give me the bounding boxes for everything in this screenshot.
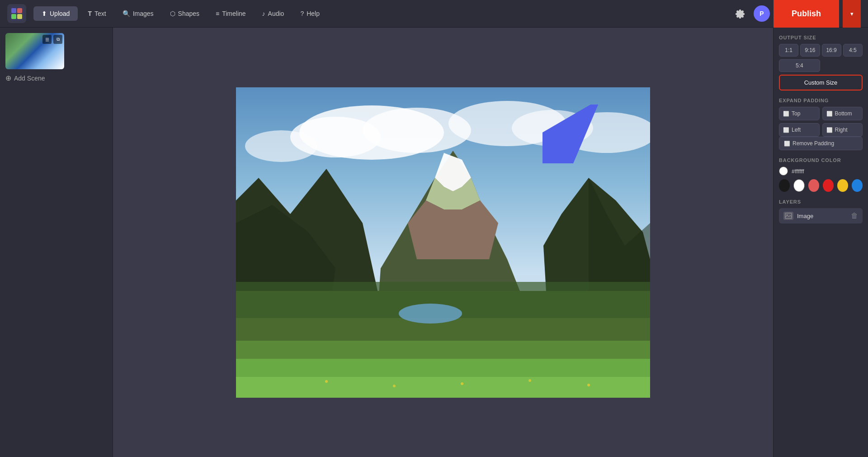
main-area: ☰ ⧉ ⊕ Add Scene bbox=[0, 28, 868, 457]
text-icon: T bbox=[88, 10, 92, 17]
expand-padding-section: EXPAND PADDING ⬜ Top ⬜ Bottom ⬜ Left ⬜ R… bbox=[779, 98, 863, 150]
publish-dropdown-button[interactable]: ▾ bbox=[843, 0, 861, 28]
size-5-4-button[interactable]: 5:4 bbox=[779, 59, 820, 72]
help-icon: ? bbox=[300, 10, 304, 17]
svg-point-28 bbox=[325, 380, 328, 383]
svg-rect-3 bbox=[11, 14, 16, 19]
padding-left-label: Left bbox=[792, 127, 801, 133]
layers-label: LAYERS bbox=[779, 199, 863, 205]
canvas-area bbox=[113, 28, 773, 457]
padding-right-button[interactable]: ⬜ Right bbox=[822, 123, 863, 137]
layer-item[interactable]: Image 🗑 bbox=[779, 208, 863, 224]
size-9-16-button[interactable]: 9:16 bbox=[800, 44, 820, 57]
nav-text-label: Text bbox=[94, 10, 106, 17]
color-swatch-pink[interactable] bbox=[808, 179, 819, 192]
size-button-grid: 1:1 9:16 16:9 4:5 bbox=[779, 44, 863, 57]
svg-point-29 bbox=[393, 385, 396, 387]
color-swatch-white2[interactable] bbox=[793, 179, 804, 192]
output-size-section: OUTPUT SIZE 1:1 9:16 16:9 4:5 5:4 Custom… bbox=[779, 35, 863, 90]
padding-top-button[interactable]: ⬜ Top bbox=[779, 107, 820, 120]
color-swatch-black[interactable] bbox=[779, 179, 790, 192]
nav-images-label: Images bbox=[133, 10, 154, 17]
svg-point-32 bbox=[587, 384, 590, 386]
svg-point-31 bbox=[528, 379, 531, 382]
size-1-1-button[interactable]: 1:1 bbox=[779, 44, 798, 57]
padding-bottom-icon: ⬜ bbox=[826, 111, 833, 117]
background-color-label: BACKGROUND COLOR bbox=[779, 157, 863, 163]
size-grid-2: 5:4 bbox=[779, 59, 863, 72]
color-swatches bbox=[779, 179, 863, 192]
nav-help-label: Help bbox=[307, 10, 320, 17]
app-logo bbox=[7, 4, 26, 23]
nav-shapes-label: Shapes bbox=[178, 10, 199, 17]
color-swatch-red[interactable] bbox=[823, 179, 834, 192]
layer-name: Image bbox=[797, 213, 847, 219]
nav-images[interactable]: 🔍 Images bbox=[116, 6, 160, 21]
nav-timeline-label: Timeline bbox=[222, 10, 245, 17]
padding-top-label: Top bbox=[792, 110, 800, 117]
publish-button[interactable]: Publish bbox=[774, 0, 839, 28]
top-nav: ⬆ Upload T Text 🔍 Images ⬡ Shapes ≡ Time… bbox=[0, 0, 868, 28]
layer-image-icon bbox=[783, 212, 793, 220]
svg-point-12 bbox=[245, 130, 317, 162]
scene-thumbnail[interactable]: ☰ ⧉ bbox=[5, 33, 64, 69]
svg-point-30 bbox=[461, 382, 463, 385]
publish-label: Publish bbox=[792, 9, 821, 19]
color-swatch-blue[interactable] bbox=[852, 179, 863, 192]
expand-padding-label: EXPAND PADDING bbox=[779, 98, 863, 103]
nav-audio-label: Audio bbox=[268, 10, 284, 17]
add-scene-label: Add Scene bbox=[14, 75, 45, 82]
upload-label: Upload bbox=[50, 10, 70, 17]
nav-shapes[interactable]: ⬡ Shapes bbox=[164, 6, 206, 21]
layer-delete-button[interactable]: 🗑 bbox=[851, 212, 858, 220]
svg-rect-1 bbox=[11, 8, 16, 13]
shapes-icon: ⬡ bbox=[170, 10, 175, 17]
audio-icon: ♪ bbox=[262, 10, 265, 17]
nav-help[interactable]: ? Help bbox=[294, 6, 326, 21]
scene-copy-button[interactable]: ⧉ bbox=[53, 35, 62, 44]
svg-rect-27 bbox=[236, 377, 650, 398]
scene-thumbnail-container: ☰ ⧉ bbox=[5, 33, 107, 69]
timeline-icon: ≡ bbox=[216, 10, 219, 17]
scene-list-icon[interactable]: ☰ bbox=[42, 35, 52, 44]
padding-right-icon: ⬜ bbox=[826, 127, 833, 133]
output-size-label: OUTPUT SIZE bbox=[779, 35, 863, 40]
nav-audio[interactable]: ♪ Audio bbox=[256, 6, 291, 21]
custom-size-label: Custom Size bbox=[804, 79, 838, 86]
nav-right: P bbox=[732, 5, 770, 22]
color-hex-value: #ffffff bbox=[792, 168, 804, 175]
settings-button[interactable] bbox=[732, 5, 748, 22]
upload-icon: ⬆ bbox=[42, 10, 47, 17]
right-panel: OUTPUT SIZE 1:1 9:16 16:9 4:5 5:4 Custom… bbox=[773, 28, 868, 457]
avatar-letter: P bbox=[760, 10, 764, 17]
svg-point-24 bbox=[399, 304, 462, 324]
remove-padding-icon: ⬜ bbox=[784, 141, 790, 147]
left-panel: ☰ ⧉ ⊕ Add Scene bbox=[0, 28, 113, 457]
padding-top-icon: ⬜ bbox=[783, 111, 789, 117]
svg-rect-4 bbox=[17, 14, 22, 19]
nav-timeline[interactable]: ≡ Timeline bbox=[209, 6, 252, 21]
landscape-image bbox=[236, 87, 650, 398]
add-scene-button[interactable]: ⊕ Add Scene bbox=[5, 74, 107, 82]
size-16-9-button[interactable]: 16:9 bbox=[822, 44, 841, 57]
custom-size-button[interactable]: Custom Size bbox=[779, 75, 863, 90]
images-icon: 🔍 bbox=[123, 10, 130, 17]
padding-left-button[interactable]: ⬜ Left bbox=[779, 123, 820, 137]
layers-section: LAYERS Image 🗑 bbox=[779, 199, 863, 224]
add-icon: ⊕ bbox=[5, 74, 11, 82]
canvas[interactable] bbox=[236, 87, 650, 398]
size-4-5-button[interactable]: 4:5 bbox=[843, 44, 863, 57]
background-color-section: BACKGROUND COLOR #ffffff bbox=[779, 157, 863, 192]
avatar[interactable]: P bbox=[754, 5, 770, 22]
color-swatch-yellow[interactable] bbox=[837, 179, 848, 192]
nav-text[interactable]: T Text bbox=[81, 6, 112, 21]
remove-padding-button[interactable]: ⬜ Remove Padding bbox=[779, 137, 863, 150]
chevron-down-icon: ▾ bbox=[850, 10, 854, 17]
color-hex-row: #ffffff bbox=[779, 167, 863, 176]
color-swatch-white[interactable] bbox=[779, 167, 788, 176]
upload-button[interactable]: ⬆ Upload bbox=[33, 6, 78, 21]
padding-bottom-button[interactable]: ⬜ Bottom bbox=[822, 107, 863, 120]
padding-right-label: Right bbox=[835, 127, 848, 133]
scene-controls: ☰ ⧉ bbox=[42, 35, 62, 44]
padding-bottom-label: Bottom bbox=[835, 110, 852, 117]
